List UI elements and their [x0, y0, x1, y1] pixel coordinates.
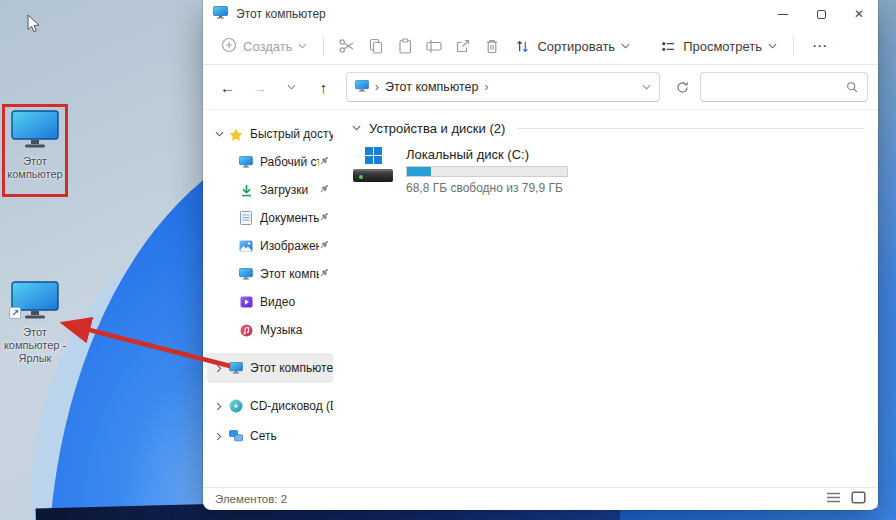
navigation-pane: Быстрый доступ Рабочий стол Загрузки Док… [203, 110, 336, 487]
sidebar-item-network[interactable]: Сеть [207, 421, 333, 451]
pin-icon [319, 211, 333, 225]
group-divider [517, 128, 864, 129]
computer-icon [11, 110, 59, 152]
pin-icon [319, 155, 333, 169]
copy-button[interactable] [361, 31, 390, 61]
pictures-icon [237, 240, 255, 252]
sidebar-item-this-pc-pinned[interactable]: Этот компьюте [207, 260, 333, 288]
drive-name: Локальный диск (C:) [406, 147, 568, 162]
chevron-down-icon [352, 125, 361, 131]
toolbar-separator [793, 36, 794, 56]
maximize-button[interactable] [802, 0, 840, 28]
maximize-icon [817, 10, 826, 19]
desktop-icon-label: Этот компьютер - Ярлык [2, 326, 68, 365]
desktop-folder-icon [237, 156, 255, 168]
back-button[interactable]: ← [213, 73, 242, 102]
group-header-devices-and-drives[interactable]: Устройства и диски (2) [352, 118, 864, 138]
mouse-cursor [27, 14, 42, 35]
downloads-icon [237, 184, 255, 197]
drive-item-local-disk-c[interactable]: Локальный диск (C:) 68,8 ГБ свободно из … [352, 147, 682, 195]
search-input[interactable] [709, 80, 845, 94]
chevron-down-icon [287, 84, 296, 90]
sidebar-item-documents[interactable]: Документы [207, 204, 333, 232]
drive-free-space: 68,8 ГБ свободно из 79,9 ГБ [406, 181, 568, 195]
explorer-window: Этот компьютер ✕ Создать [203, 0, 878, 510]
plus-circle-icon [221, 37, 237, 56]
breadcrumb-separator: › [484, 80, 488, 94]
titlebar[interactable]: Этот компьютер ✕ [203, 0, 878, 28]
large-icons-view-button[interactable] [851, 490, 866, 508]
desktop-icon-this-pc-shortcut[interactable]: ↗ Этот компьютер - Ярлык [2, 281, 68, 365]
up-button[interactable]: ↑ [309, 73, 338, 102]
items-count: Элементов: 2 [215, 493, 287, 505]
sort-button[interactable]: Сортировать [506, 34, 638, 59]
toolbar: Создать [203, 28, 878, 65]
close-button[interactable]: ✕ [840, 0, 878, 28]
hard-drive-icon [352, 147, 394, 182]
new-button[interactable]: Создать [213, 33, 315, 60]
sidebar-item-quick-access[interactable]: Быстрый доступ [207, 120, 333, 148]
sidebar-item-desktop[interactable]: Рабочий стол [207, 148, 333, 176]
forward-button[interactable]: → [245, 73, 274, 102]
chevron-right-icon [211, 432, 227, 441]
minimize-icon [778, 14, 788, 15]
chevron-right-icon [211, 364, 227, 373]
screen: Этот компьютер ↗ Этот компьютер - Ярлык … [0, 0, 896, 520]
refresh-button[interactable] [668, 73, 697, 102]
trash-icon [483, 37, 501, 55]
rename-button[interactable] [419, 31, 448, 61]
view-button[interactable]: Просмотреть [652, 34, 785, 59]
details-view-button[interactable] [826, 490, 841, 508]
sidebar-item-pictures[interactable]: Изображения [207, 232, 333, 260]
sidebar-item-music[interactable]: Музыка [207, 316, 333, 344]
close-icon: ✕ [854, 7, 864, 21]
drive-usage-fill [407, 167, 431, 176]
share-button[interactable] [448, 31, 477, 61]
paste-button[interactable] [390, 31, 419, 61]
documents-icon [237, 211, 255, 225]
computer-icon [355, 78, 369, 96]
breadcrumb-separator: › [375, 80, 379, 94]
rename-icon [425, 37, 443, 55]
cd-drive-icon [227, 399, 245, 413]
shortcut-arrow-icon: ↗ [9, 307, 21, 319]
address-dropdown-icon[interactable] [642, 84, 651, 90]
chevron-down-icon [211, 131, 227, 137]
desktop-icon-label: Этот компьютер [2, 155, 68, 181]
breadcrumb-location[interactable]: Этот компьютер [385, 80, 478, 94]
computer-icon [237, 268, 255, 280]
music-icon [237, 324, 255, 337]
computer-icon [227, 362, 245, 374]
delete-button[interactable] [477, 31, 506, 61]
desktop-icon-this-pc[interactable]: Этот компьютер [2, 110, 68, 181]
view-icon [660, 38, 677, 55]
refresh-icon [675, 80, 690, 95]
window-title: Этот компьютер [236, 7, 326, 21]
network-icon [227, 430, 245, 442]
video-icon [237, 296, 255, 308]
recent-locations-button[interactable] [277, 73, 306, 102]
sidebar-item-cd-drive[interactable]: CD-дисковод (D:) И [207, 391, 333, 421]
app-icon [213, 5, 228, 23]
sidebar-item-downloads[interactable]: Загрузки [207, 176, 333, 204]
search-box[interactable] [700, 72, 868, 102]
pin-icon [319, 183, 333, 197]
drive-usage-bar [406, 166, 568, 177]
address-bar[interactable]: › Этот компьютер › [346, 72, 660, 102]
pin-icon [319, 267, 333, 281]
copy-icon [367, 37, 385, 55]
paste-icon [396, 37, 414, 55]
share-icon [454, 37, 472, 55]
chevron-down-icon [621, 43, 630, 49]
toolbar-separator [323, 36, 324, 56]
sidebar-item-this-pc[interactable]: Этот компьютер [207, 353, 333, 383]
pin-icon [319, 239, 333, 253]
minimize-button[interactable] [764, 0, 802, 28]
more-button[interactable]: ⋯ [802, 35, 838, 57]
cut-button[interactable] [332, 31, 361, 61]
wallpaper-right-strip [878, 0, 896, 520]
chevron-right-icon [211, 402, 227, 411]
chevron-down-icon [768, 43, 777, 49]
sidebar-item-videos[interactable]: Видео [207, 288, 333, 316]
file-list-area: Устройства и диски (2) Локальный диск (C… [336, 110, 878, 487]
